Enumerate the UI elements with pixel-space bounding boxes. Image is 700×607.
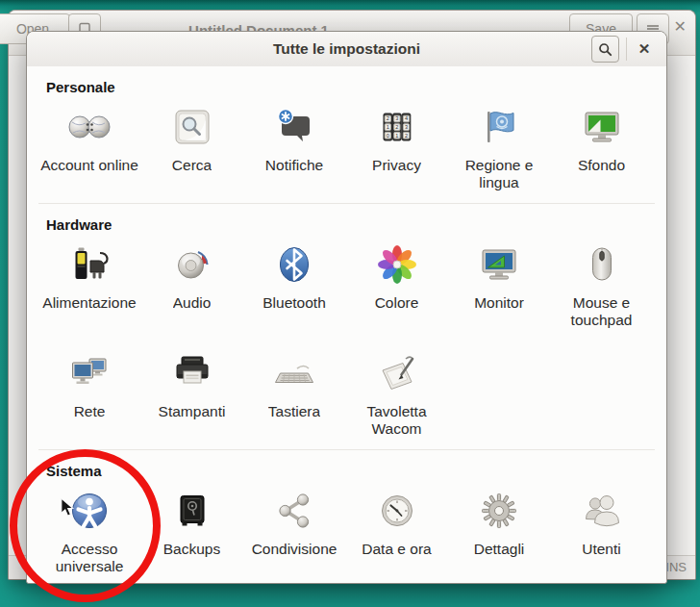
sound-icon <box>169 241 215 288</box>
sharing-icon <box>271 488 317 534</box>
settings-item-colore[interactable]: Colore <box>346 241 448 329</box>
window-close-button[interactable]: ✕ <box>674 19 687 35</box>
settings-item-bluetooth[interactable]: Bluetooth <box>243 241 345 329</box>
svg-text:2: 2 <box>395 124 398 130</box>
settings-item-label: Alimentazione <box>42 294 136 312</box>
settings-item-label: Tavoletta Wacom <box>347 403 447 438</box>
section-title: Hardware <box>46 216 655 233</box>
details-icon <box>476 488 522 534</box>
displays-icon <box>476 241 522 288</box>
settings-item-label: Sfondo <box>578 157 625 174</box>
settings-item-audio[interactable]: Audio <box>141 241 243 329</box>
backups-icon <box>169 488 215 534</box>
settings-item-dettagli[interactable]: Dettagli <box>448 488 550 575</box>
svg-text:2: 2 <box>386 115 388 121</box>
svg-text:1: 1 <box>395 133 398 139</box>
section-title: Personale <box>46 79 655 95</box>
svg-text:0: 0 <box>386 133 388 139</box>
search-button[interactable] <box>591 36 619 63</box>
svg-text:3: 3 <box>395 115 398 121</box>
settings-item-label: Rete <box>74 403 106 420</box>
users-icon <box>579 488 625 534</box>
settings-item-label: Privacy <box>372 157 421 174</box>
section-personale: PersonaleAccount onlineCercaNotifiche210… <box>38 66 655 203</box>
header-separator <box>626 38 627 61</box>
settings-item-label: Stampanti <box>159 403 226 420</box>
printers-icon <box>169 350 215 396</box>
settings-item-stampanti[interactable]: Stampanti <box>141 350 243 438</box>
date-time-icon <box>374 488 420 534</box>
settings-item-tastiera[interactable]: Tastiera <box>243 350 345 438</box>
keyboard-icon <box>271 350 317 396</box>
svg-text:4: 4 <box>404 115 407 121</box>
settings-item-notifiche[interactable]: Notifiche <box>243 104 345 191</box>
color-icon <box>374 241 420 288</box>
settings-window-title: Tutte le impostazioni <box>27 40 666 58</box>
settings-item-account-online[interactable]: Account online <box>38 104 140 191</box>
settings-item-label: Utenti <box>582 541 621 558</box>
settings-item-label: Notifiche <box>265 157 323 174</box>
settings-item-label: Audio <box>173 294 212 312</box>
section-hardware: HardwareAlimentazioneAudioBluetoothColor… <box>38 203 655 449</box>
settings-item-label: Regione e lingua <box>449 157 549 191</box>
bluetooth-icon <box>271 241 317 288</box>
privacy-icon: 210321432 <box>374 104 420 150</box>
settings-item-sfondo[interactable]: Sfondo <box>551 104 653 191</box>
settings-item-mouse-e-touchpad[interactable]: Mouse e touchpad <box>551 241 653 329</box>
svg-text:3: 3 <box>404 124 407 130</box>
notifications-icon <box>271 104 317 150</box>
settings-item-label: Account online <box>40 157 138 174</box>
settings-headerbar: Tutte le impostazioni ✕ <box>27 32 666 67</box>
settings-item-label: Cerca <box>172 157 212 174</box>
svg-text:1: 1 <box>386 124 388 130</box>
settings-item-regione-e-lingua[interactable]: Regione e lingua <box>448 104 550 191</box>
insert-mode-indicator: INS <box>665 560 687 574</box>
close-icon: ✕ <box>638 40 651 58</box>
power-icon <box>66 241 112 288</box>
settings-item-rete[interactable]: Rete <box>38 350 140 438</box>
settings-close-button[interactable]: ✕ <box>630 36 659 63</box>
settings-grid: Account onlineCercaNotifiche210321432Pri… <box>38 104 655 191</box>
settings-item-label: Monitor <box>474 294 524 312</box>
settings-item-data-e-ora[interactable]: Data e ora <box>346 488 448 575</box>
online-accounts-icon <box>66 104 112 150</box>
svg-text:2: 2 <box>404 133 407 139</box>
settings-item-label: Condivisione <box>252 541 338 558</box>
highlight-circle-annotation <box>10 449 161 602</box>
network-icon <box>66 350 112 396</box>
settings-grid: AlimentazioneAudioBluetoothColoreMonitor… <box>38 241 655 438</box>
settings-item-utenti[interactable]: Utenti <box>551 488 653 575</box>
mouse-touchpad-icon <box>579 241 625 288</box>
wacom-tablet-icon <box>374 350 420 396</box>
search-settings-icon <box>169 104 215 150</box>
settings-item-label: Tastiera <box>268 403 320 420</box>
settings-item-label: Bluetooth <box>262 294 326 312</box>
settings-item-label: Colore <box>375 294 419 312</box>
settings-item-alimentazione[interactable]: Alimentazione <box>38 241 140 329</box>
settings-item-label: Backups <box>163 541 220 558</box>
close-icon: ✕ <box>674 18 687 35</box>
settings-item-label: Data e ora <box>362 541 431 558</box>
mouse-cursor <box>60 497 75 518</box>
settings-item-label: Dettagli <box>474 541 525 558</box>
region-language-icon <box>476 104 522 150</box>
settings-item-condivisione[interactable]: Condivisione <box>243 488 345 575</box>
settings-item-privacy[interactable]: 210321432Privacy <box>346 104 448 191</box>
settings-item-label: Mouse e touchpad <box>552 294 652 329</box>
settings-item-cerca[interactable]: Cerca <box>141 104 243 191</box>
settings-item-tavoletta-wacom[interactable]: Tavoletta Wacom <box>346 350 448 438</box>
background-icon <box>579 104 625 150</box>
settings-item-monitor[interactable]: Monitor <box>448 241 550 329</box>
search-icon <box>598 42 612 57</box>
